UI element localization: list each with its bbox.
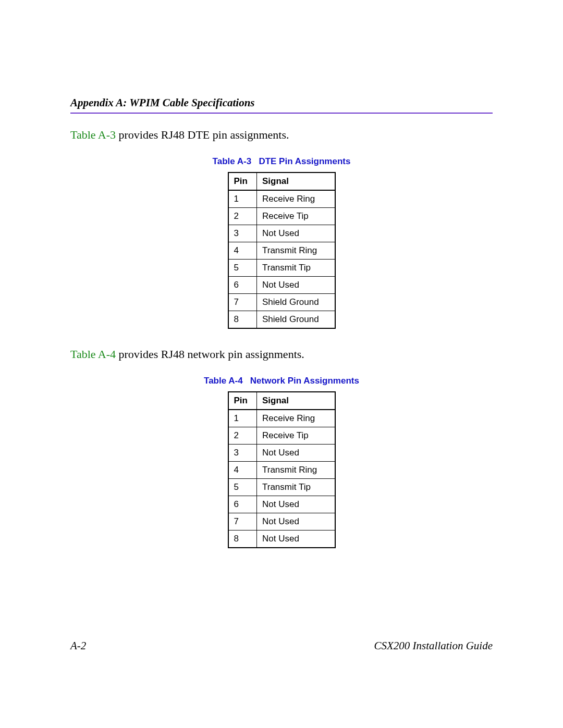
cell-pin: 3 [228,445,257,462]
cell-pin: 6 [228,496,257,513]
table-a3: Pin Signal 1Receive Ring 2Receive Tip 3N… [228,172,336,329]
table-row: 1Receive Ring [228,410,335,427]
table-a3-col-signal: Signal [257,172,335,190]
intro-a3-rest: provides RJ48 DTE pin assignments. [116,128,289,141]
table-row: 6Not Used [228,277,335,294]
table-a3-xref[interactable]: Table A-3 [70,128,116,141]
table-a4-wrap: Pin Signal 1Receive Ring 2Receive Tip 3N… [70,391,493,548]
running-header: Appendix A: WPIM Cable Specifications [70,96,493,109]
table-row: 2Receive Tip [228,208,335,225]
table-a3-col-pin: Pin [228,172,257,190]
cell-signal: Not Used [257,513,335,530]
table-a4-caption: Table A-4 Network Pin Assignments [70,376,493,386]
table-a3-caption-ref: Table A-3 [213,156,252,166]
cell-signal: Transmit Ring [257,462,335,479]
cell-signal: Not Used [257,445,335,462]
cell-signal: Receive Ring [257,410,335,427]
table-a3-wrap: Pin Signal 1Receive Ring 2Receive Tip 3N… [70,172,493,329]
table-row: 7Not Used [228,513,335,530]
cell-signal: Transmit Tip [257,260,335,277]
cell-pin: 2 [228,208,257,225]
table-row: 8Not Used [228,530,335,548]
table-a4-header-row: Pin Signal [228,392,335,410]
cell-pin: 7 [228,294,257,311]
table-a3-caption: Table A-3 DTE Pin Assignments [70,156,493,167]
document-title: CSX200 Installation Guide [374,639,493,652]
cell-pin: 1 [228,410,257,427]
cell-signal: Not Used [257,225,335,242]
cell-signal: Not Used [257,277,335,294]
table-row: 4Transmit Ring [228,462,335,479]
table-a4-col-signal: Signal [257,392,335,410]
table-row: 4Transmit Ring [228,242,335,260]
cell-signal: Shield Ground [257,311,335,329]
cell-signal: Not Used [257,530,335,548]
cell-pin: 4 [228,242,257,260]
cell-pin: 3 [228,225,257,242]
table-row: 2Receive Tip [228,427,335,445]
table-a4-col-pin: Pin [228,392,257,410]
table-row: 3Not Used [228,445,335,462]
table-row: 7Shield Ground [228,294,335,311]
cell-signal: Shield Ground [257,294,335,311]
cell-signal: Receive Ring [257,190,335,208]
intro-paragraph-a4: Table A-4 provides RJ48 network pin assi… [70,348,493,361]
table-a4-xref[interactable]: Table A-4 [70,348,116,361]
cell-signal: Receive Tip [257,208,335,225]
table-a4-caption-title: Network Pin Assignments [250,376,359,386]
cell-pin: 7 [228,513,257,530]
cell-pin: 5 [228,260,257,277]
cell-signal: Transmit Tip [257,479,335,496]
table-row: 3Not Used [228,225,335,242]
intro-a4-rest: provides RJ48 network pin assignments. [116,348,304,361]
table-row: 6Not Used [228,496,335,513]
table-row: 1Receive Ring [228,190,335,208]
page-footer: A-2 CSX200 Installation Guide [70,639,493,652]
table-a4-caption-ref: Table A-4 [204,376,243,386]
table-a3-caption-title: DTE Pin Assignments [259,156,350,166]
cell-pin: 2 [228,427,257,445]
cell-pin: 4 [228,462,257,479]
cell-signal: Receive Tip [257,427,335,445]
table-row: 5Transmit Tip [228,479,335,496]
table-row: 8Shield Ground [228,311,335,329]
cell-pin: 1 [228,190,257,208]
cell-pin: 8 [228,311,257,329]
page: Appendix A: WPIM Cable Specifications Ta… [0,0,563,728]
cell-pin: 5 [228,479,257,496]
table-a3-header-row: Pin Signal [228,172,335,190]
cell-signal: Transmit Ring [257,242,335,260]
cell-pin: 8 [228,530,257,548]
cell-pin: 6 [228,277,257,294]
intro-paragraph-a3: Table A-3 provides RJ48 DTE pin assignme… [70,128,493,142]
header-rule [70,113,493,114]
table-a4: Pin Signal 1Receive Ring 2Receive Tip 3N… [228,391,336,548]
table-row: 5Transmit Tip [228,260,335,277]
cell-signal: Not Used [257,496,335,513]
page-number: A-2 [70,639,86,652]
